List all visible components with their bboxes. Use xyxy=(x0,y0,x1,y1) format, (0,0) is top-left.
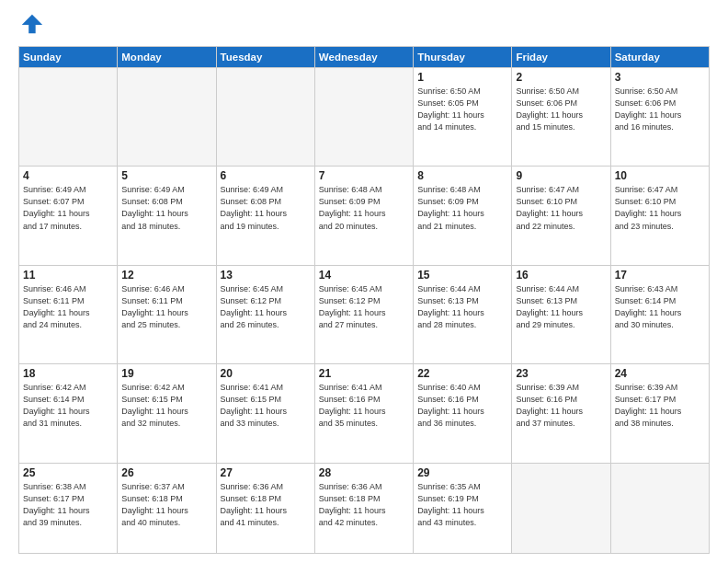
weekday-header-tuesday: Tuesday xyxy=(216,47,314,68)
day-number: 1 xyxy=(417,71,507,84)
calendar-cell: 27Sunrise: 6:36 AM Sunset: 6:18 PM Dayli… xyxy=(216,463,314,554)
day-info: Sunrise: 6:39 AM Sunset: 6:17 PM Dayligh… xyxy=(615,382,705,430)
day-number: 21 xyxy=(319,367,409,380)
calendar-cell: 1Sunrise: 6:50 AM Sunset: 6:05 PM Daylig… xyxy=(414,68,512,167)
calendar-week-row: 25Sunrise: 6:38 AM Sunset: 6:17 PM Dayli… xyxy=(19,463,710,554)
day-info: Sunrise: 6:42 AM Sunset: 6:14 PM Dayligh… xyxy=(23,382,113,430)
day-number: 22 xyxy=(417,367,507,380)
calendar-week-row: 1Sunrise: 6:50 AM Sunset: 6:05 PM Daylig… xyxy=(19,68,710,167)
weekday-header-friday: Friday xyxy=(512,47,610,68)
day-number: 3 xyxy=(615,71,705,84)
weekday-header-monday: Monday xyxy=(118,47,216,68)
calendar-cell xyxy=(512,463,610,554)
calendar-table: SundayMondayTuesdayWednesdayThursdayFrid… xyxy=(18,46,710,554)
day-number: 25 xyxy=(23,466,113,479)
calendar-cell: 4Sunrise: 6:49 AM Sunset: 6:07 PM Daylig… xyxy=(19,167,118,265)
calendar-cell xyxy=(610,463,709,554)
calendar-cell: 28Sunrise: 6:36 AM Sunset: 6:18 PM Dayli… xyxy=(314,463,413,554)
page: SundayMondayTuesdayWednesdayThursdayFrid… xyxy=(0,0,728,563)
weekday-header-wednesday: Wednesday xyxy=(314,47,413,68)
weekday-header-saturday: Saturday xyxy=(610,47,709,68)
day-number: 6 xyxy=(221,169,311,182)
calendar-cell: 6Sunrise: 6:49 AM Sunset: 6:08 PM Daylig… xyxy=(216,167,314,265)
calendar-header-row: SundayMondayTuesdayWednesdayThursdayFrid… xyxy=(19,47,710,68)
calendar-cell: 9Sunrise: 6:47 AM Sunset: 6:10 PM Daylig… xyxy=(512,167,610,265)
calendar-cell xyxy=(216,68,314,167)
day-number: 26 xyxy=(121,466,211,479)
day-info: Sunrise: 6:44 AM Sunset: 6:13 PM Dayligh… xyxy=(516,283,606,331)
calendar-cell: 8Sunrise: 6:48 AM Sunset: 6:09 PM Daylig… xyxy=(414,167,512,265)
weekday-header-thursday: Thursday xyxy=(414,47,512,68)
day-number: 28 xyxy=(319,466,409,479)
day-info: Sunrise: 6:48 AM Sunset: 6:09 PM Dayligh… xyxy=(417,184,507,232)
day-number: 15 xyxy=(417,269,507,282)
calendar-cell: 25Sunrise: 6:38 AM Sunset: 6:17 PM Dayli… xyxy=(19,463,118,554)
day-info: Sunrise: 6:50 AM Sunset: 6:06 PM Dayligh… xyxy=(516,86,606,133)
day-info: Sunrise: 6:50 AM Sunset: 6:05 PM Dayligh… xyxy=(417,86,507,133)
day-info: Sunrise: 6:46 AM Sunset: 6:11 PM Dayligh… xyxy=(23,283,113,331)
calendar-week-row: 4Sunrise: 6:49 AM Sunset: 6:07 PM Daylig… xyxy=(19,167,710,265)
day-info: Sunrise: 6:46 AM Sunset: 6:11 PM Dayligh… xyxy=(121,283,211,331)
day-number: 24 xyxy=(615,367,705,380)
day-info: Sunrise: 6:48 AM Sunset: 6:09 PM Dayligh… xyxy=(319,184,409,232)
day-info: Sunrise: 6:39 AM Sunset: 6:16 PM Dayligh… xyxy=(516,382,606,430)
day-info: Sunrise: 6:38 AM Sunset: 6:17 PM Dayligh… xyxy=(23,481,113,529)
calendar-cell: 20Sunrise: 6:41 AM Sunset: 6:15 PM Dayli… xyxy=(216,364,314,463)
day-info: Sunrise: 6:36 AM Sunset: 6:18 PM Dayligh… xyxy=(221,481,311,529)
calendar-cell: 7Sunrise: 6:48 AM Sunset: 6:09 PM Daylig… xyxy=(314,167,413,265)
day-info: Sunrise: 6:45 AM Sunset: 6:12 PM Dayligh… xyxy=(319,283,409,331)
day-info: Sunrise: 6:50 AM Sunset: 6:06 PM Dayligh… xyxy=(615,86,705,133)
calendar-cell: 18Sunrise: 6:42 AM Sunset: 6:14 PM Dayli… xyxy=(19,364,118,463)
calendar-cell: 29Sunrise: 6:35 AM Sunset: 6:19 PM Dayli… xyxy=(414,463,512,554)
logo xyxy=(18,15,46,37)
day-info: Sunrise: 6:45 AM Sunset: 6:12 PM Dayligh… xyxy=(221,283,311,331)
day-info: Sunrise: 6:41 AM Sunset: 6:15 PM Dayligh… xyxy=(221,382,311,430)
calendar-cell: 17Sunrise: 6:43 AM Sunset: 6:14 PM Dayli… xyxy=(610,265,709,363)
day-number: 20 xyxy=(221,367,311,380)
day-number: 9 xyxy=(516,169,606,182)
day-number: 7 xyxy=(319,169,409,182)
day-number: 27 xyxy=(221,466,311,479)
calendar-week-row: 18Sunrise: 6:42 AM Sunset: 6:14 PM Dayli… xyxy=(19,364,710,463)
day-info: Sunrise: 6:35 AM Sunset: 6:19 PM Dayligh… xyxy=(417,481,507,529)
svg-marker-0 xyxy=(22,15,42,34)
day-number: 23 xyxy=(516,367,606,380)
calendar-cell: 5Sunrise: 6:49 AM Sunset: 6:08 PM Daylig… xyxy=(118,167,216,265)
calendar-cell: 15Sunrise: 6:44 AM Sunset: 6:13 PM Dayli… xyxy=(414,265,512,363)
day-info: Sunrise: 6:49 AM Sunset: 6:08 PM Dayligh… xyxy=(121,184,211,232)
day-number: 29 xyxy=(417,466,507,479)
day-number: 2 xyxy=(516,71,606,84)
calendar-cell: 21Sunrise: 6:41 AM Sunset: 6:16 PM Dayli… xyxy=(314,364,413,463)
day-info: Sunrise: 6:40 AM Sunset: 6:16 PM Dayligh… xyxy=(417,382,507,430)
day-info: Sunrise: 6:36 AM Sunset: 6:18 PM Dayligh… xyxy=(319,481,409,529)
day-info: Sunrise: 6:49 AM Sunset: 6:08 PM Dayligh… xyxy=(221,184,311,232)
calendar-cell: 13Sunrise: 6:45 AM Sunset: 6:12 PM Dayli… xyxy=(216,265,314,363)
day-number: 17 xyxy=(615,269,705,282)
calendar-cell: 2Sunrise: 6:50 AM Sunset: 6:06 PM Daylig… xyxy=(512,68,610,167)
day-info: Sunrise: 6:47 AM Sunset: 6:10 PM Dayligh… xyxy=(615,184,705,232)
calendar-cell: 10Sunrise: 6:47 AM Sunset: 6:10 PM Dayli… xyxy=(610,167,709,265)
day-info: Sunrise: 6:41 AM Sunset: 6:16 PM Dayligh… xyxy=(319,382,409,430)
day-number: 10 xyxy=(615,169,705,182)
day-info: Sunrise: 6:43 AM Sunset: 6:14 PM Dayligh… xyxy=(615,283,705,331)
day-number: 14 xyxy=(319,269,409,282)
day-number: 19 xyxy=(121,367,211,380)
calendar-cell: 12Sunrise: 6:46 AM Sunset: 6:11 PM Dayli… xyxy=(118,265,216,363)
calendar-cell xyxy=(19,68,118,167)
day-number: 12 xyxy=(121,269,211,282)
calendar-cell: 26Sunrise: 6:37 AM Sunset: 6:18 PM Dayli… xyxy=(118,463,216,554)
day-info: Sunrise: 6:47 AM Sunset: 6:10 PM Dayligh… xyxy=(516,184,606,232)
day-number: 11 xyxy=(23,269,113,282)
day-number: 16 xyxy=(516,269,606,282)
day-number: 13 xyxy=(221,269,311,282)
calendar-cell: 19Sunrise: 6:42 AM Sunset: 6:15 PM Dayli… xyxy=(118,364,216,463)
calendar-cell: 24Sunrise: 6:39 AM Sunset: 6:17 PM Dayli… xyxy=(610,364,709,463)
header xyxy=(18,15,710,37)
day-info: Sunrise: 6:42 AM Sunset: 6:15 PM Dayligh… xyxy=(121,382,211,430)
day-number: 4 xyxy=(23,169,113,182)
weekday-header-sunday: Sunday xyxy=(19,47,118,68)
calendar-cell xyxy=(118,68,216,167)
day-info: Sunrise: 6:44 AM Sunset: 6:13 PM Dayligh… xyxy=(417,283,507,331)
calendar-cell: 23Sunrise: 6:39 AM Sunset: 6:16 PM Dayli… xyxy=(512,364,610,463)
calendar-cell: 16Sunrise: 6:44 AM Sunset: 6:13 PM Dayli… xyxy=(512,265,610,363)
